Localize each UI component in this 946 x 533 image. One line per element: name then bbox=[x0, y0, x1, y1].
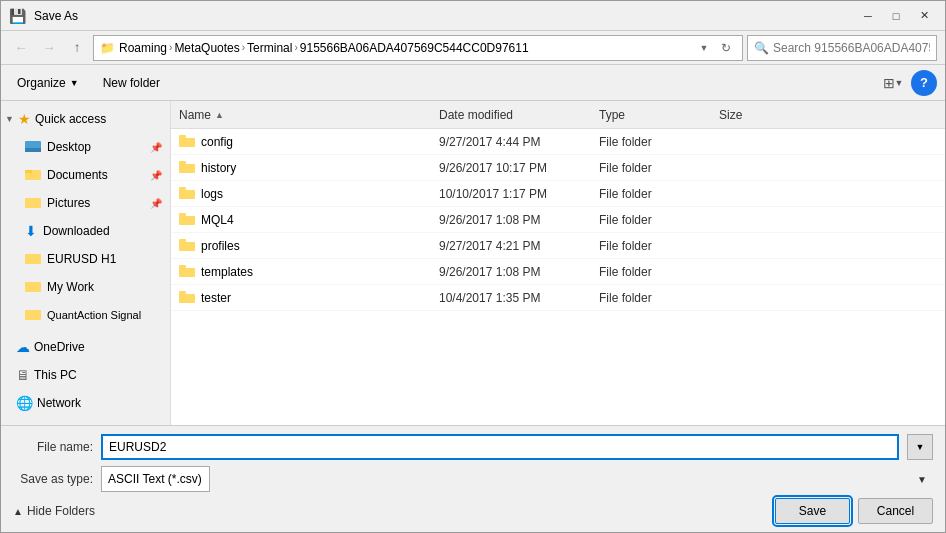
table-row[interactable]: profiles 9/27/2017 4:21 PM File folder bbox=[171, 233, 945, 259]
sidebar-documents-label: Documents bbox=[47, 168, 108, 182]
breadcrumb: Roaming › MetaQuotes › Terminal › 915566… bbox=[119, 41, 692, 55]
table-row[interactable]: config 9/27/2017 4:44 PM File folder bbox=[171, 129, 945, 155]
onedrive-header[interactable]: ▶ ☁ OneDrive bbox=[1, 333, 170, 361]
table-row[interactable]: templates 9/26/2017 1:08 PM File folder bbox=[171, 259, 945, 285]
column-type[interactable]: Type bbox=[599, 108, 719, 122]
svg-rect-17 bbox=[179, 242, 195, 251]
file-folder-icon bbox=[179, 160, 195, 176]
pin-icon: 📌 bbox=[150, 142, 162, 153]
refresh-icon: ↻ bbox=[721, 41, 731, 55]
sidebar-item-desktop[interactable]: Desktop 📌 bbox=[17, 133, 170, 161]
breadcrumb-terminal[interactable]: Terminal bbox=[247, 41, 292, 55]
desktop-folder-icon bbox=[25, 139, 41, 155]
column-date[interactable]: Date modified bbox=[439, 108, 599, 122]
table-row[interactable]: history 9/26/2017 10:17 PM File folder bbox=[171, 155, 945, 181]
file-type: File folder bbox=[599, 161, 719, 175]
table-row[interactable]: tester 10/4/2017 1:35 PM File folder bbox=[171, 285, 945, 311]
file-date: 10/4/2017 1:35 PM bbox=[439, 291, 599, 305]
thispc-icon: 🖥 bbox=[16, 367, 30, 383]
minimize-button[interactable]: ─ bbox=[855, 5, 881, 27]
svg-rect-20 bbox=[179, 265, 186, 269]
file-name-cell: MQL4 bbox=[179, 212, 439, 228]
sidebar-item-downloaded[interactable]: ⬇ Downloaded bbox=[17, 217, 170, 245]
file-type: File folder bbox=[599, 213, 719, 227]
svg-rect-8 bbox=[25, 310, 41, 320]
network-icon: 🌐 bbox=[16, 395, 33, 411]
quick-access-chevron-icon: ▼ bbox=[5, 114, 14, 124]
hide-folders-button[interactable]: ▲ Hide Folders bbox=[13, 504, 95, 518]
sidebar-item-documents[interactable]: Documents 📌 bbox=[17, 161, 170, 189]
forward-button[interactable]: → bbox=[37, 36, 61, 60]
window-icon: 💾 bbox=[9, 8, 26, 24]
file-folder-icon bbox=[179, 134, 195, 150]
back-button[interactable]: ← bbox=[9, 36, 33, 60]
quick-access-header[interactable]: ▼ ★ Quick access bbox=[1, 105, 170, 133]
svg-rect-1 bbox=[25, 148, 41, 152]
savetype-row: Save as type: ASCII Text (*.csv) ▼ bbox=[13, 466, 933, 492]
up-button[interactable]: ↑ bbox=[65, 36, 89, 60]
sidebar-item-pictures[interactable]: Pictures 📌 bbox=[17, 189, 170, 217]
file-date: 9/26/2017 1:08 PM bbox=[439, 265, 599, 279]
dropdown-button[interactable]: ▼ bbox=[696, 38, 712, 58]
save-button[interactable]: Save bbox=[775, 498, 850, 524]
table-row[interactable]: logs 10/10/2017 1:17 PM File folder bbox=[171, 181, 945, 207]
breadcrumb-guid[interactable]: 915566BA06ADA407569C544CC0D97611 bbox=[300, 41, 529, 55]
refresh-button[interactable]: ↻ bbox=[716, 38, 736, 58]
file-folder-icon bbox=[179, 290, 195, 306]
svg-rect-13 bbox=[179, 190, 195, 199]
savetype-arrow-icon: ▼ bbox=[917, 474, 927, 485]
file-name: logs bbox=[201, 187, 223, 201]
sidebar-item-mywork[interactable]: My Work bbox=[17, 273, 170, 301]
cancel-button[interactable]: Cancel bbox=[858, 498, 933, 524]
eurusd-folder-icon bbox=[25, 251, 41, 267]
search-icon: 🔍 bbox=[754, 41, 769, 55]
file-name-cell: templates bbox=[179, 264, 439, 280]
table-row[interactable]: MQL4 9/26/2017 1:08 PM File folder bbox=[171, 207, 945, 233]
title-controls: ─ □ ✕ bbox=[855, 5, 937, 27]
svg-rect-19 bbox=[179, 268, 195, 277]
file-folder-icon bbox=[179, 264, 195, 280]
title-bar-left: 💾 Save As bbox=[9, 8, 78, 24]
view-button[interactable]: ⊞ ▼ bbox=[879, 70, 907, 96]
column-name[interactable]: Name ▲ bbox=[179, 108, 439, 122]
breadcrumb-roaming[interactable]: Roaming bbox=[119, 41, 167, 55]
close-button[interactable]: ✕ bbox=[911, 5, 937, 27]
file-date: 10/10/2017 1:17 PM bbox=[439, 187, 599, 201]
svg-rect-4 bbox=[25, 170, 32, 173]
svg-rect-22 bbox=[179, 291, 186, 295]
search-input[interactable] bbox=[773, 41, 930, 55]
organize-button[interactable]: Organize ▼ bbox=[9, 70, 87, 96]
breadcrumb-sep-3: › bbox=[294, 42, 297, 53]
onedrive-icon: ☁ bbox=[16, 339, 30, 355]
filename-label: File name: bbox=[13, 440, 93, 454]
network-header[interactable]: ▶ 🌐 Network bbox=[1, 389, 170, 417]
column-size[interactable]: Size bbox=[719, 108, 799, 122]
file-date: 9/27/2017 4:44 PM bbox=[439, 135, 599, 149]
pictures-pin-icon: 📌 bbox=[150, 198, 162, 209]
svg-rect-16 bbox=[179, 213, 186, 217]
file-type: File folder bbox=[599, 291, 719, 305]
svg-rect-18 bbox=[179, 239, 186, 243]
svg-rect-14 bbox=[179, 187, 186, 191]
breadcrumb-metaquotes[interactable]: MetaQuotes bbox=[174, 41, 239, 55]
sidebar-network-label: Network bbox=[37, 396, 81, 410]
filename-input[interactable] bbox=[101, 434, 899, 460]
savetype-select[interactable]: ASCII Text (*.csv) bbox=[101, 466, 210, 492]
file-folder-icon bbox=[179, 186, 195, 202]
filename-input-arrow: ▼ bbox=[907, 434, 933, 460]
svg-rect-12 bbox=[179, 161, 186, 165]
thispc-header[interactable]: ▶ 🖥 This PC bbox=[1, 361, 170, 389]
new-folder-button[interactable]: New folder bbox=[95, 70, 168, 96]
sidebar-item-quantaction[interactable]: QuantAction Signal bbox=[17, 301, 170, 329]
help-button[interactable]: ? bbox=[911, 70, 937, 96]
sidebar-item-eurusd[interactable]: EURUSD H1 bbox=[17, 245, 170, 273]
file-date: 9/27/2017 4:21 PM bbox=[439, 239, 599, 253]
back-icon: ← bbox=[14, 40, 27, 55]
address-bar[interactable]: 📁 Roaming › MetaQuotes › Terminal › 9155… bbox=[93, 35, 743, 61]
maximize-button[interactable]: □ bbox=[883, 5, 909, 27]
quantaction-folder-icon bbox=[25, 307, 41, 323]
search-box[interactable]: 🔍 bbox=[747, 35, 937, 61]
svg-rect-10 bbox=[179, 135, 186, 139]
file-name: templates bbox=[201, 265, 253, 279]
file-date: 9/26/2017 1:08 PM bbox=[439, 213, 599, 227]
